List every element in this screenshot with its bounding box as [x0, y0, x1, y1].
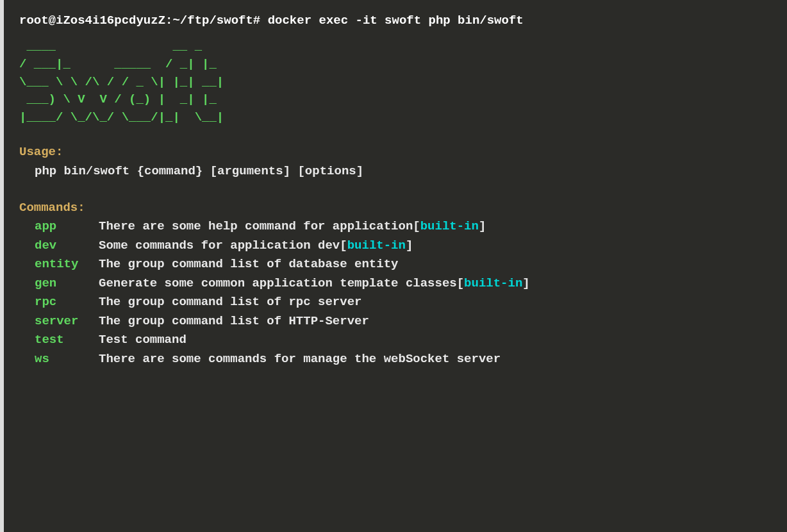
usage-header: Usage: [19, 143, 772, 162]
command-name: dev [35, 237, 99, 255]
command-desc-text: Generate some common application templat… [99, 276, 457, 290]
usage-text: php bin/swoft {command} [arguments] [opt… [19, 162, 772, 181]
command-description: Test command [99, 331, 186, 349]
bracket-close: ] [479, 219, 486, 233]
command-desc-text: Test command [99, 333, 186, 347]
command-desc-text: The group command list of rpc server [99, 295, 361, 309]
command-description: Some commands for application dev[built-… [99, 237, 413, 255]
command-description: The group command list of rpc server [99, 293, 361, 312]
command-name: gen [35, 274, 99, 293]
command-description: The group command list of database entit… [99, 255, 398, 274]
command-row: rpcThe group command list of rpc server [35, 293, 772, 312]
command-description: Generate some common application templat… [99, 274, 530, 293]
commands-list: appThere are some help command for appli… [19, 217, 772, 369]
command-row: entityThe group command list of database… [35, 255, 772, 274]
ascii-logo: ____ __ _ / ___|_ _____ / _| |_ \___ \ \… [19, 38, 772, 126]
command-desc-text: Some commands for application dev [99, 238, 340, 253]
command-desc-text: The group command list of HTTP-Server [99, 314, 369, 328]
bracket-close: ] [522, 276, 529, 290]
command-desc-text: There are some commands for manage the w… [99, 352, 501, 366]
command-row: testTest command [35, 331, 772, 349]
command-desc-text: There are some help command for applicat… [99, 219, 413, 233]
bracket-close: ] [406, 238, 413, 253]
builtin-tag: built-in [420, 219, 479, 233]
shell-prompt[interactable]: root@iZos4i16pcdyuzZ:~/ftp/swoft# docker… [19, 12, 772, 30]
commands-header: Commands: [19, 199, 772, 217]
command-name: server [35, 312, 99, 331]
command-name: ws [35, 350, 99, 369]
command-row: appThere are some help command for appli… [35, 217, 772, 236]
bracket-open: [ [457, 276, 464, 290]
builtin-tag: built-in [464, 276, 522, 290]
command-desc-text: The group command list of database entit… [99, 257, 398, 271]
command-row: serverThe group command list of HTTP-Ser… [35, 312, 772, 331]
command-row: wsThere are some commands for manage the… [35, 350, 772, 369]
command-row: devSome commands for application dev[bui… [35, 237, 772, 255]
command-description: There are some help command for applicat… [99, 217, 486, 236]
bracket-open: [ [340, 238, 347, 253]
command-name: entity [35, 255, 99, 274]
bracket-open: [ [413, 219, 420, 233]
builtin-tag: built-in [347, 238, 406, 253]
command-row: genGenerate some common application temp… [35, 274, 772, 293]
command-description: There are some commands for manage the w… [99, 350, 501, 369]
command-description: The group command list of HTTP-Server [99, 312, 369, 331]
command-name: test [35, 331, 99, 349]
command-name: rpc [35, 293, 99, 312]
command-name: app [35, 217, 99, 236]
